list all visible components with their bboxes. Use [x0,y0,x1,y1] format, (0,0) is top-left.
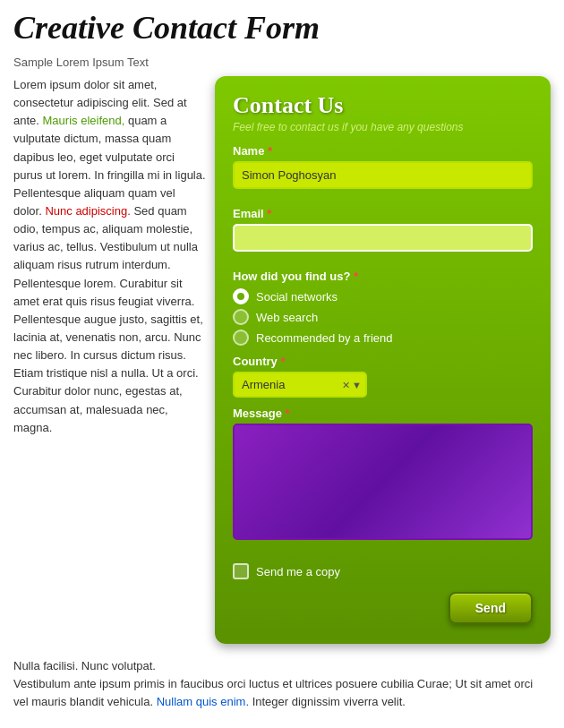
form-title: Contact Us [233,92,533,119]
copy-checkbox[interactable] [233,563,249,579]
main-layout: Lorem ipsum dolor sit amet, consectetur … [13,76,551,644]
radio-web-btn[interactable] [233,309,249,325]
radio-group: Social networks Web search Recommended b… [233,288,533,346]
bottom-text-blue: Nullam quis enim. [157,695,249,708]
bottom-text: Nulla facilisi. Nunc volutpat. Vestibulu… [13,657,551,711]
radio-web[interactable]: Web search [233,309,533,325]
bottom-p2: Vestibulum ante ipsum primis in faucibus… [13,675,551,711]
radio-social-label: Social networks [256,290,338,304]
bottom-text-3: Integer dignissim viverra velit. [249,695,406,708]
email-label: Email * [233,207,533,220]
copy-label: Send me a copy [256,565,340,578]
name-input[interactable] [233,161,533,189]
left-text-3: Sed quam odio, tempus ac, aliquam molest… [13,204,203,434]
message-label: Message * [233,407,533,420]
radio-friend[interactable]: Recommended by a friend [233,330,533,346]
radio-friend-btn[interactable] [233,330,249,346]
country-required: * [280,355,285,368]
right-column: Contact Us Feel free to contact us if yo… [215,76,551,644]
how-required: * [354,270,358,283]
bottom-p1: Nulla facilisi. Nunc volutpat. [13,657,551,675]
country-field-group: Country * Armenia United States United K… [233,355,533,398]
message-field-group: Message * [233,407,533,554]
radio-friend-label: Recommended by a friend [256,331,392,345]
how-label: How did you find us? * [233,270,533,283]
left-text-green: Mauris eleifend, [43,114,125,127]
send-row: Send [233,592,533,624]
copy-row: Send me a copy [233,563,533,579]
name-required: * [268,144,272,158]
left-column: Lorem ipsum dolor sit amet, consectetur … [13,76,206,437]
name-label: Name * [233,144,533,158]
name-field-group: Name * [233,144,533,198]
left-paragraph: Lorem ipsum dolor sit amet, consectetur … [13,76,206,437]
email-input[interactable] [233,224,533,252]
sample-label: Sample Lorem Ipsum Text [13,56,551,69]
contact-form: Contact Us Feel free to contact us if yo… [215,76,551,644]
email-field-group: Email * [233,207,533,261]
country-select[interactable]: Armenia United States United Kingdom Fra… [233,372,367,398]
message-textarea[interactable] [233,424,533,540]
radio-web-label: Web search [256,311,318,324]
country-label: Country * [233,355,533,368]
how-field-group: How did you find us? * Social networks W… [233,270,533,346]
left-text-2: quam a vulputate dictum, massa quam dapi… [13,114,206,218]
form-subtitle: Feel free to contact us if you have any … [233,121,533,133]
country-select-wrapper: Armenia United States United Kingdom Fra… [233,372,367,398]
left-text-red: Nunc adipiscing. [45,204,130,218]
email-required: * [267,207,271,220]
radio-social-btn[interactable] [233,288,249,304]
message-required: * [286,407,290,420]
send-button[interactable]: Send [449,592,533,624]
radio-social[interactable]: Social networks [233,288,533,304]
page-title: Creative Contact Form [13,9,551,47]
